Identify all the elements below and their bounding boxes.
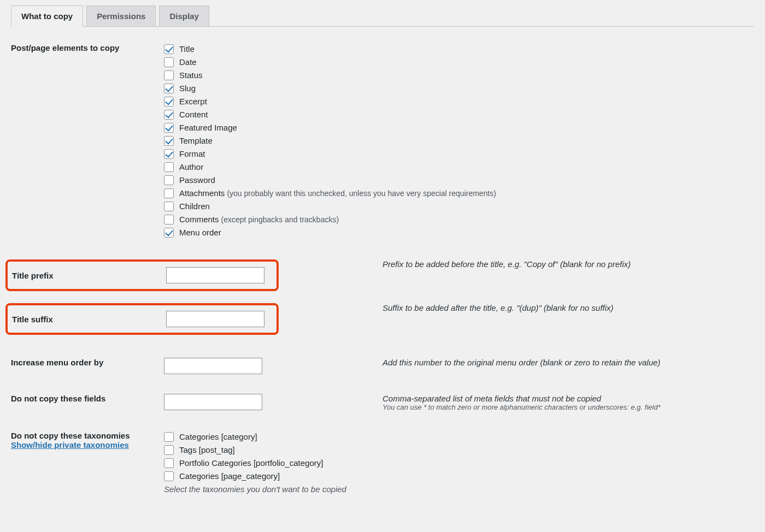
element-11-label: Attachments bbox=[179, 187, 225, 199]
title-suffix-label: Title suffix bbox=[12, 315, 166, 324]
element-8-row: Format bbox=[164, 148, 754, 160]
element-7-row: Template bbox=[164, 135, 754, 147]
taxonomies-help-text: Select the taxonomies you don't want to … bbox=[164, 484, 754, 494]
elements-checkbox-list: TitleDateStatusSlugExcerptContentFeature… bbox=[164, 43, 754, 239]
element-3-row: Slug bbox=[164, 82, 754, 94]
element-13-sublabel: (except pingbacks and trackbacks) bbox=[221, 214, 339, 226]
blacklist-description-2: You can use * to match zero or more alph… bbox=[382, 403, 754, 411]
taxonomy-2-label: Portfolio Categories [portfolio_category… bbox=[179, 457, 323, 469]
element-1-row: Date bbox=[164, 56, 754, 68]
taxonomy-3-checkbox[interactable] bbox=[164, 471, 174, 481]
taxonomy-1-checkbox[interactable] bbox=[164, 445, 174, 455]
taxonomy-0-label: Categories [category] bbox=[179, 431, 257, 443]
tab-what-to-copy[interactable]: What to copy bbox=[11, 5, 83, 27]
element-11-checkbox[interactable] bbox=[164, 188, 174, 198]
element-0-label: Title bbox=[179, 43, 195, 55]
blacklist-label: Do not copy these fields bbox=[11, 389, 164, 427]
element-5-checkbox[interactable] bbox=[164, 110, 174, 120]
taxonomies-label: Do not copy these taxonomies bbox=[11, 431, 157, 440]
title-prefix-description: Prefix to be added before the title, e.g… bbox=[382, 255, 754, 299]
element-2-row: Status bbox=[164, 69, 754, 81]
element-5-label: Content bbox=[179, 109, 208, 121]
taxonomy-2-checkbox[interactable] bbox=[164, 458, 174, 468]
taxonomy-3-row: Categories [page_category] bbox=[164, 470, 754, 482]
element-10-label: Password bbox=[179, 174, 215, 186]
element-9-checkbox[interactable] bbox=[164, 162, 174, 172]
element-12-row: Children bbox=[164, 200, 754, 212]
element-4-checkbox[interactable] bbox=[164, 97, 174, 107]
element-10-row: Password bbox=[164, 174, 754, 186]
element-8-checkbox[interactable] bbox=[164, 149, 174, 159]
element-11-sublabel: (you probably want this unchecked, unles… bbox=[227, 187, 496, 199]
element-12-label: Children bbox=[179, 200, 210, 212]
blacklist-input[interactable] bbox=[164, 394, 262, 410]
title-suffix-input[interactable] bbox=[166, 311, 264, 327]
element-5-row: Content bbox=[164, 109, 754, 121]
element-9-row: Author bbox=[164, 161, 754, 173]
tab-display[interactable]: Display bbox=[159, 5, 209, 27]
title-prefix-row-highlight: Title prefix bbox=[5, 259, 279, 291]
element-6-label: Featured Image bbox=[179, 122, 237, 134]
element-0-row: Title bbox=[164, 43, 754, 55]
element-4-label: Excerpt bbox=[179, 96, 207, 108]
taxonomy-0-row: Categories [category] bbox=[164, 431, 754, 443]
element-1-checkbox[interactable] bbox=[164, 57, 174, 67]
element-7-label: Template bbox=[179, 135, 213, 147]
element-10-checkbox[interactable] bbox=[164, 175, 174, 185]
settings-tabs: What to copy Permissions Display bbox=[11, 5, 754, 27]
element-8-label: Format bbox=[179, 148, 205, 160]
menu-order-label: Increase menu order by bbox=[11, 353, 164, 389]
taxonomy-0-checkbox[interactable] bbox=[164, 432, 174, 442]
elements-to-copy-label: Post/page elements to copy bbox=[11, 39, 164, 255]
menu-order-input[interactable] bbox=[164, 358, 262, 374]
element-2-checkbox[interactable] bbox=[164, 70, 174, 80]
title-suffix-row-highlight: Title suffix bbox=[5, 303, 279, 335]
element-13-row: Comments (except pingbacks and trackback… bbox=[164, 214, 754, 226]
element-0-checkbox[interactable] bbox=[164, 44, 174, 54]
title-prefix-label: Title prefix bbox=[12, 271, 166, 280]
element-6-row: Featured Image bbox=[164, 122, 754, 134]
taxonomy-1-row: Tags [post_tag] bbox=[164, 444, 754, 456]
taxonomy-2-row: Portfolio Categories [portfolio_category… bbox=[164, 457, 754, 469]
element-14-checkbox[interactable] bbox=[164, 228, 174, 238]
element-14-row: Menu order bbox=[164, 227, 754, 239]
title-prefix-input[interactable] bbox=[166, 267, 264, 283]
element-14-label: Menu order bbox=[179, 227, 221, 239]
element-1-label: Date bbox=[179, 56, 197, 68]
taxonomy-3-label: Categories [page_category] bbox=[179, 470, 280, 482]
element-11-row: Attachments (you probably want this unch… bbox=[164, 187, 754, 199]
element-7-checkbox[interactable] bbox=[164, 136, 174, 146]
element-2-label: Status bbox=[179, 69, 203, 81]
element-12-checkbox[interactable] bbox=[164, 202, 174, 211]
element-3-checkbox[interactable] bbox=[164, 84, 174, 93]
taxonomies-checkbox-list: Categories [category]Tags [post_tag]Port… bbox=[164, 431, 754, 482]
menu-order-description: Add this number to the original menu ord… bbox=[382, 353, 754, 389]
element-13-checkbox[interactable] bbox=[164, 215, 174, 224]
element-9-label: Author bbox=[179, 161, 203, 173]
title-suffix-description: Suffix to be added after the title, e.g.… bbox=[382, 299, 754, 353]
element-3-label: Slug bbox=[179, 82, 196, 94]
element-13-label: Comments bbox=[179, 214, 219, 226]
toggle-private-taxonomies-link[interactable]: Show/hide private taxonomies bbox=[11, 440, 129, 450]
element-4-row: Excerpt bbox=[164, 96, 754, 108]
tab-permissions[interactable]: Permissions bbox=[86, 5, 156, 27]
taxonomy-1-label: Tags [post_tag] bbox=[179, 444, 235, 456]
element-6-checkbox[interactable] bbox=[164, 123, 174, 133]
blacklist-description: Comma-separated list of meta fields that… bbox=[382, 394, 754, 403]
